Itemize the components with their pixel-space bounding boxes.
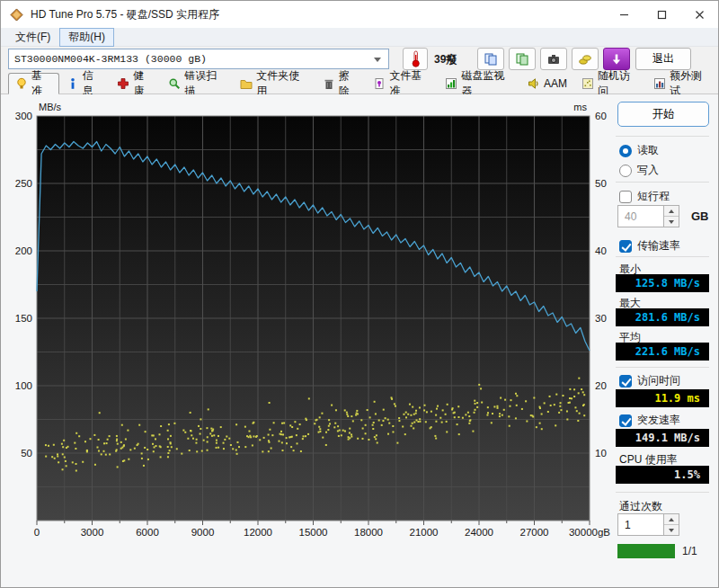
svg-text:18000: 18000 — [354, 527, 383, 538]
minimize-button[interactable] — [605, 1, 643, 28]
svg-text:20: 20 — [595, 380, 607, 391]
checkbox-icon — [619, 240, 632, 253]
svg-text:30000gB: 30000gB — [569, 527, 610, 538]
svg-text:27000: 27000 — [520, 527, 549, 538]
arrow-down-icon — [669, 220, 674, 224]
svg-text:ms: ms — [573, 102, 587, 112]
thermometer-icon — [410, 50, 422, 67]
svg-text:30: 30 — [595, 313, 607, 324]
tabbar: 基准信息健康错误扫描文件夹使用擦除文件基准磁盘监视器AAM随机访问额外测试 — [1, 72, 718, 94]
burst-rate-label: 突发速率 — [637, 413, 680, 428]
menu-help[interactable]: 帮助(H) — [59, 28, 114, 47]
access-time-display: 11.9 ms — [616, 389, 709, 407]
tab-extra-tests[interactable]: 额外测试 — [646, 74, 718, 94]
lightbulb-icon — [15, 77, 28, 90]
access-time-checkbox[interactable]: 访问时间 — [619, 373, 680, 388]
capacity-input[interactable]: 40 — [617, 205, 664, 227]
svg-text:100: 100 — [15, 380, 32, 391]
svg-text:200: 200 — [15, 245, 32, 256]
minimize-icon — [619, 10, 629, 20]
content-area: MB/sms3002502001501005060504030201003000… — [1, 94, 718, 588]
svg-text:50: 50 — [21, 448, 32, 459]
svg-text:24000: 24000 — [465, 527, 493, 538]
health-icon — [117, 77, 129, 90]
maximize-button[interactable] — [643, 1, 680, 28]
radio-icon — [619, 165, 632, 177]
svg-text:60: 60 — [595, 111, 607, 121]
extratest-icon — [653, 77, 666, 90]
trash-icon — [323, 77, 335, 90]
random-icon — [581, 77, 594, 90]
svg-text:50: 50 — [595, 178, 607, 189]
save-button[interactable] — [603, 48, 630, 70]
burst-rate-display: 149.1 MB/s — [616, 429, 709, 447]
transfer-rate-label: 传输速率 — [637, 238, 680, 254]
stepper-up-button[interactable] — [664, 514, 679, 524]
checkbox-icon — [619, 414, 632, 427]
stepper-up-button[interactable] — [664, 206, 679, 216]
pass-count-label: 通过次数 — [619, 499, 662, 514]
benchmark-chart: MB/sms3002502001501005060504030201003000… — [8, 96, 616, 546]
app-icon — [10, 8, 23, 22]
read-radio[interactable]: 读取 — [619, 143, 659, 158]
svg-text:6000: 6000 — [136, 527, 159, 538]
exit-button[interactable]: 退出 — [635, 48, 691, 70]
close-icon — [695, 10, 705, 20]
progress-fill — [617, 544, 675, 558]
filebench-icon — [373, 77, 386, 90]
tab-benchmark[interactable]: 基准 — [8, 73, 59, 94]
diskmon-icon — [445, 77, 457, 90]
donate-button[interactable] — [572, 48, 599, 70]
access-time-label: 访问时间 — [637, 373, 680, 388]
coins-icon — [578, 52, 592, 67]
divider — [616, 136, 709, 137]
menu-file[interactable]: 文件(F) — [6, 28, 59, 47]
radio-icon — [619, 145, 632, 157]
magnifier-icon — [168, 77, 181, 90]
close-button[interactable] — [680, 1, 718, 28]
window-title: HD Tune Pro 5.75 - 硬盘/SSD 实用程序 — [31, 7, 219, 22]
tab-aam[interactable]: AAM — [520, 74, 574, 94]
svg-text:15000: 15000 — [299, 527, 328, 538]
burst-rate-checkbox[interactable]: 突发速率 — [619, 413, 680, 428]
arrow-up-icon — [669, 209, 674, 213]
tab-file-benchmark[interactable]: 文件基准 — [366, 74, 438, 94]
tab-info[interactable]: 信息 — [59, 74, 111, 94]
tab-random-access[interactable]: 随机访问 — [574, 74, 646, 94]
stepper-down-button[interactable] — [664, 216, 679, 227]
temperature-button[interactable] — [403, 48, 428, 70]
tab-erase[interactable]: 擦除 — [315, 74, 367, 94]
start-button[interactable]: 开始 — [617, 102, 709, 127]
transfer-rate-checkbox[interactable]: 传输速率 — [619, 238, 680, 254]
pass-count-stepper: 1 — [617, 513, 679, 536]
tab-folder-usage[interactable]: 文件夹使用 — [233, 74, 315, 94]
short-stroke-checkbox[interactable]: 短行程 — [619, 189, 670, 204]
copy-button[interactable] — [477, 48, 504, 70]
drive-selector-value: ST30000NM004K-3RM133 (30000 gB) — [14, 53, 207, 65]
info-icon — [67, 77, 79, 90]
svg-text:40: 40 — [595, 245, 607, 256]
write-radio[interactable]: 写入 — [619, 163, 659, 178]
pass-count-input[interactable]: 1 — [617, 513, 664, 536]
checkbox-icon — [619, 375, 632, 388]
svg-text:9000: 9000 — [191, 527, 215, 538]
write-radio-label: 写入 — [637, 163, 659, 178]
cpu-usage-display: 1.5% — [616, 466, 709, 484]
progress-bar — [617, 544, 675, 558]
menubar: 文件(F) 帮助(H) — [1, 28, 718, 47]
svg-text:150: 150 — [15, 313, 32, 324]
folder-icon — [240, 77, 253, 90]
stepper-down-button[interactable] — [664, 524, 679, 535]
svg-text:250: 250 — [15, 178, 32, 189]
progress-label: 1/1 — [682, 545, 697, 557]
tab-disk-monitor[interactable]: 磁盘监视器 — [438, 74, 520, 94]
tab-health[interactable]: 健康 — [110, 74, 161, 94]
arrow-up-icon — [669, 518, 674, 521]
copy-image-button[interactable] — [509, 48, 536, 70]
tab-error-scan[interactable]: 错误扫描 — [161, 74, 233, 94]
min-value-display: 125.8 MB/s — [616, 274, 709, 292]
svg-text:MB/s: MB/s — [39, 102, 62, 112]
screenshot-button[interactable] — [540, 48, 567, 70]
drive-selector[interactable]: ST30000NM004K-3RM133 (30000 gB) — [8, 49, 389, 69]
capacity-stepper: 40 — [617, 205, 679, 227]
